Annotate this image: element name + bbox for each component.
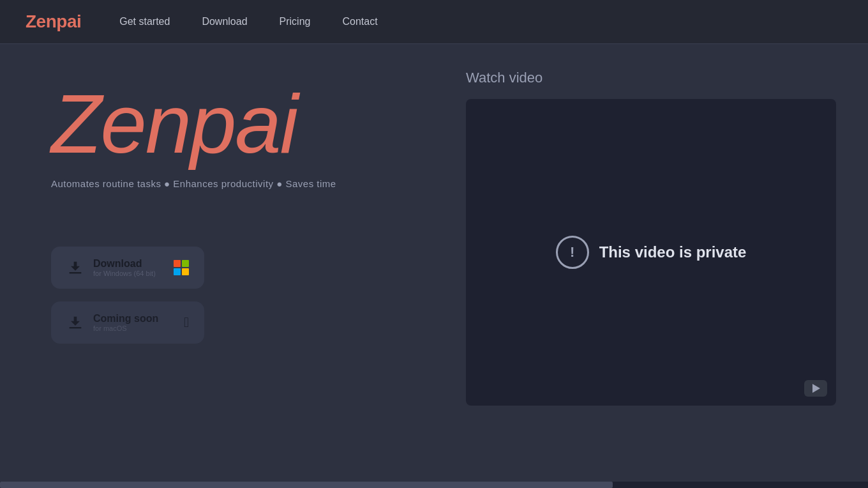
youtube-icon[interactable] (804, 380, 827, 397)
macos-btn-sublabel: for macOS (93, 324, 158, 332)
windows-icon-quad2 (182, 260, 189, 267)
windows-icon-quad4 (182, 268, 189, 275)
windows-btn-text: Download for Windows (64 bit) (93, 258, 156, 277)
video-container: ! This video is private (466, 99, 836, 406)
scrollbar-thumb[interactable] (0, 482, 613, 488)
private-text: This video is private (599, 243, 747, 261)
windows-icon-quad3 (174, 268, 181, 275)
nav-logo[interactable]: Zenpai (26, 11, 81, 32)
nav-links: Get started Download Pricing Contact (119, 16, 377, 27)
nav-item-contact[interactable]: Contact (342, 16, 377, 27)
youtube-play-triangle (812, 384, 820, 393)
macos-btn-label: Coming soon (93, 313, 158, 324)
btn-left-windows: Download for Windows (64 bit) (66, 258, 156, 277)
scrollbar-container (0, 482, 868, 488)
nav-link-get-started[interactable]: Get started (119, 16, 170, 27)
nav-item-pricing[interactable]: Pricing (280, 16, 311, 27)
video-private-message: ! This video is private (556, 236, 747, 269)
btn-left-macos: Coming soon for macOS (66, 313, 158, 332)
right-section: Watch video ! This video is private (434, 44, 868, 488)
coming-soon-arrow-icon (66, 314, 84, 332)
nav-link-contact[interactable]: Contact (342, 16, 377, 27)
nav-link-download[interactable]: Download (202, 16, 247, 27)
download-macos-button[interactable]: Coming soon for macOS  (51, 301, 204, 344)
watch-video-label: Watch video (466, 70, 836, 86)
nav-item-get-started[interactable]: Get started (119, 16, 170, 27)
exclamation-circle-icon: ! (556, 236, 589, 269)
windows-icon-quad1 (174, 260, 181, 267)
download-buttons: Download for Windows (64 bit) (51, 247, 383, 344)
macos-btn-text: Coming soon for macOS (93, 313, 158, 332)
left-section: Zenpai Automates routine tasks ● Enhance… (0, 44, 434, 488)
windows-btn-label: Download (93, 258, 156, 270)
hero-subtitle: Automates routine tasks ● Enhances produ… (51, 178, 383, 189)
nav-item-download[interactable]: Download (202, 16, 247, 27)
hero-title: Zenpai (51, 82, 383, 165)
windows-btn-sublabel: for Windows (64 bit) (93, 270, 156, 277)
windows-icon (174, 260, 189, 275)
private-icon-row: ! This video is private (556, 236, 747, 269)
navbar: Zenpai Get started Download Pricing Cont… (0, 0, 868, 44)
apple-icon:  (184, 314, 189, 331)
download-windows-button[interactable]: Download for Windows (64 bit) (51, 247, 204, 289)
download-arrow-icon (66, 259, 84, 277)
main-content: Zenpai Automates routine tasks ● Enhance… (0, 44, 868, 488)
nav-link-pricing[interactable]: Pricing (280, 16, 311, 27)
